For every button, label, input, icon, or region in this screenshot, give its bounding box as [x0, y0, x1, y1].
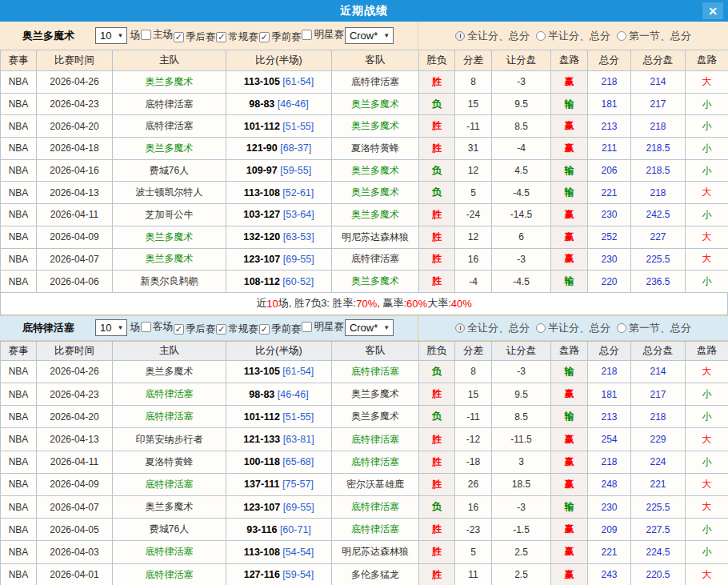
filter-checkbox-客场[interactable]: 客场 [141, 320, 174, 334]
cell-score: 101-112 [51-55] [226, 406, 332, 428]
cell-away-team: 底特律活塞 [332, 360, 419, 383]
filter-checkbox-常规赛[interactable]: ✓常规赛 [216, 30, 259, 44]
checkbox-icon [302, 30, 312, 40]
cell-total-line: 224.5 [631, 541, 686, 563]
column-header: 总分 [588, 50, 631, 71]
cell-win-loss: 负 [419, 159, 455, 182]
full-score: 98-83 [249, 98, 274, 110]
filter-checkbox-季前赛[interactable]: ✓季前赛 [259, 323, 302, 336]
column-header: 比赛时间 [37, 341, 113, 360]
filter-radio-半让分、总分[interactable]: 半让分、总分 [536, 29, 610, 43]
cell-handicap-line: -3 [492, 360, 551, 383]
filter-checkbox-季后赛[interactable]: ✓季后赛 [174, 30, 217, 44]
cell-date: 2026-04-07 [37, 248, 113, 270]
filter-radio-group: 全让分、总分半让分、总分第一节、总分 [418, 22, 728, 50]
cell-score: 121-90 [68-37] [226, 138, 332, 160]
cell-handicap-line: 3 [492, 451, 551, 473]
filter-radio-第一节、总分[interactable]: 第一节、总分 [617, 321, 691, 335]
filter-bar: 奥兰多魔术 10 ▼ 场 主场✓季后赛✓常规赛✓季前赛明星赛 Crow* ▼ 全… [0, 22, 728, 50]
filter-left: 底特律活塞 10 ▼ 场 客场✓季后赛✓常规赛✓季前赛明星赛 Crow* ▼ [0, 316, 418, 340]
source-select[interactable]: Crow* ▼ [345, 27, 394, 44]
checkbox-label: 明星赛 [314, 28, 344, 42]
full-score: 137-111 [244, 479, 280, 490]
half-score: [54-54] [280, 547, 314, 558]
filter-radio-全让分、总分[interactable]: 全让分、总分 [455, 29, 530, 43]
close-button[interactable]: ✕ [702, 2, 723, 19]
half-score: [46-46] [274, 389, 308, 400]
cell-over-under: 大 [686, 182, 728, 204]
filter-checkbox-常规赛[interactable]: ✓常规赛 [216, 323, 259, 336]
filter-checkbox-明星赛[interactable]: 明星赛 [302, 28, 345, 42]
summary-row: 近 10 场, 胜7负3: 胜率: 70%, 赢率: 60% 大率: 40% [0, 293, 728, 315]
cell-point-diff: -23 [455, 519, 492, 541]
cell-handicap-result: 赢 [551, 383, 588, 406]
chevron-down-icon: ▼ [383, 324, 390, 331]
cell-total-line: 229 [631, 428, 686, 451]
chevron-down-icon: ▼ [117, 324, 123, 331]
cell-away-team: 奥兰多魔术 [332, 270, 419, 293]
cell-total-points: 254 [588, 428, 631, 451]
cell-total-points: 209 [588, 519, 631, 541]
cell-handicap-result: 赢 [551, 138, 588, 160]
checkbox-icon: ✓ [259, 32, 270, 42]
filter-checkbox-主场[interactable]: 主场 [141, 28, 174, 42]
cell-league: NBA [1, 473, 37, 495]
half-score: [51-55] [280, 121, 314, 132]
summary-text: 近 [256, 296, 266, 311]
column-header: 比分(半场) [226, 341, 332, 360]
cell-handicap-result: 赢 [551, 451, 588, 473]
games-count-select[interactable]: 10 ▼ [95, 27, 127, 44]
cell-league: NBA [1, 541, 37, 563]
cell-handicap-line: 4.5 [492, 159, 551, 182]
half-score: [63-81] [280, 434, 314, 445]
cell-handicap-result: 输 [551, 360, 588, 383]
cell-score: 132-120 [63-53] [226, 226, 332, 248]
cell-handicap-result: 输 [551, 496, 588, 519]
cell-home-team: 奥兰多魔术 [113, 226, 226, 248]
cell-home-team: 波士顿凯尔特人 [113, 182, 226, 204]
game-row: NBA2026-04-23底特律活塞98-83 [46-46]奥兰多魔术负159… [1, 93, 728, 115]
filter-radio-全让分、总分[interactable]: 全让分、总分 [455, 321, 530, 335]
half-score: [60-52] [280, 276, 314, 287]
half-score: [69-55] [280, 502, 314, 513]
filter-checkbox-季后赛[interactable]: ✓季后赛 [174, 323, 217, 336]
half-score: [75-57] [280, 479, 314, 490]
cell-home-team: 底特律活塞 [113, 541, 226, 563]
cell-date: 2026-04-11 [37, 204, 113, 226]
summary-text: 60% [406, 298, 427, 310]
cell-handicap-result: 输 [551, 182, 588, 204]
filter-radio-第一节、总分[interactable]: 第一节、总分 [617, 29, 691, 43]
column-header: 分差 [455, 50, 492, 71]
filter-checkbox-明星赛[interactable]: 明星赛 [302, 320, 345, 334]
cell-point-diff: -18 [455, 451, 492, 473]
column-header: 让分盘 [492, 50, 551, 71]
full-score: 98-83 [249, 389, 274, 400]
source-select[interactable]: Crow* ▼ [345, 319, 394, 336]
cell-away-team: 底特律活塞 [332, 248, 419, 270]
column-header: 赛事 [1, 341, 37, 360]
summary-text: 40% [451, 298, 472, 310]
cell-over-under: 大 [686, 360, 728, 383]
cell-point-diff: 26 [455, 473, 492, 495]
cell-home-team: 奥兰多魔术 [113, 360, 226, 383]
game-row: NBA2026-04-11芝加哥公牛103-127 [53-64]奥兰多魔术胜-… [1, 204, 728, 226]
game-row: NBA2026-04-07奥兰多魔术123-107 [69-55]底特律活塞胜1… [1, 248, 728, 270]
cell-away-team: 底特律活塞 [332, 451, 419, 473]
games-count-value: 10 [100, 30, 111, 42]
game-row: NBA2026-04-23底特律活塞98-83 [46-46]奥兰多魔术胜159… [1, 383, 728, 406]
filter-checkbox-季前赛[interactable]: ✓季前赛 [259, 30, 302, 44]
games-count-select[interactable]: 10 ▼ [95, 319, 127, 336]
summary-text: , 赢率: [377, 296, 406, 311]
column-header: 赛事 [1, 50, 37, 71]
cell-point-diff: 11 [455, 563, 492, 585]
filter-radio-半让分、总分[interactable]: 半让分、总分 [536, 321, 610, 335]
cell-point-diff: 12 [455, 226, 492, 248]
cell-total-line: 225.5 [631, 496, 686, 519]
checkbox-label: 明星赛 [314, 320, 344, 334]
game-row: NBA2026-04-16费城76人109-97 [59-55]奥兰多魔术负12… [1, 159, 728, 182]
cell-total-line: 220.5 [631, 563, 686, 585]
cell-handicap-line: 18.5 [492, 473, 551, 495]
cell-home-team: 奥兰多魔术 [113, 248, 226, 270]
half-score: [65-68] [280, 456, 314, 467]
cell-over-under: 大 [686, 248, 728, 270]
